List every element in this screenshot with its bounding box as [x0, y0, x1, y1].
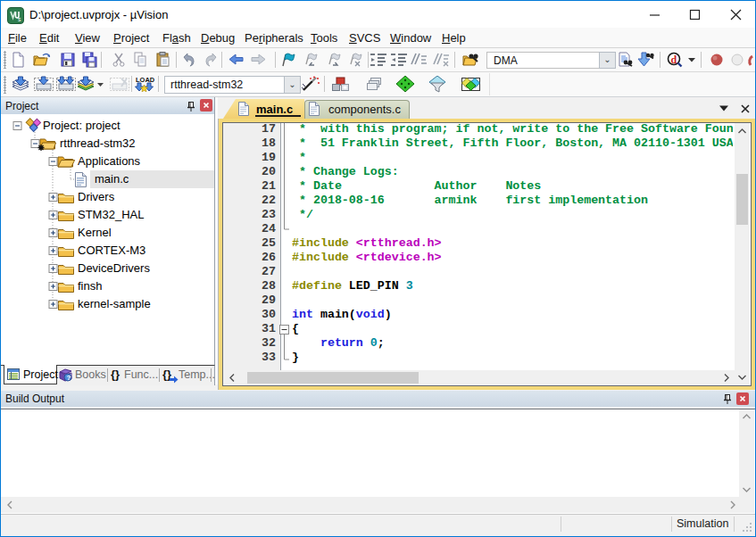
- svg-text:LOAD: LOAD: [136, 76, 155, 84]
- svg-text:s: s: [18, 16, 21, 22]
- svg-text:?: ?: [66, 374, 71, 382]
- svg-text:d: d: [671, 54, 677, 66]
